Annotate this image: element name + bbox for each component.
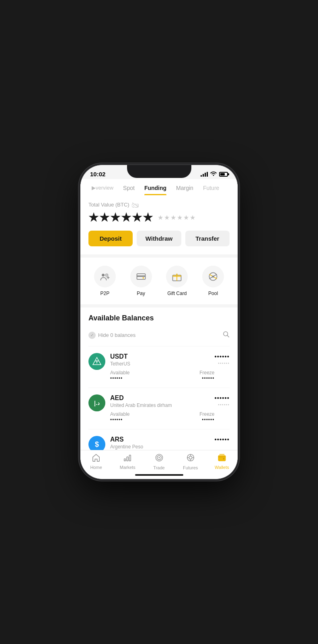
hide-balance-icon[interactable]	[132, 202, 139, 208]
tabs-container: ▶verview Spot Funding Margin Future	[80, 179, 238, 195]
nav-futures-label: Futures	[183, 465, 198, 470]
svg-point-11	[212, 275, 214, 277]
futures-icon	[186, 453, 195, 464]
quick-actions: P2P Pay	[80, 258, 238, 304]
usdt-info: USDT TetherUS Available •••••• Freeze ••…	[110, 353, 214, 381]
balance-row: ★★★★★★ ★★★★★★	[88, 211, 230, 224]
usdt-available-value: ••••••	[110, 376, 129, 381]
pay-icon-bg	[130, 266, 152, 287]
tab-funding[interactable]: Funding	[140, 179, 171, 195]
withdraw-button[interactable]: Withdraw	[137, 231, 181, 246]
usdt-sub-row: Available •••••• Freeze ••••••	[110, 370, 214, 381]
usdt-fullname: TetherUS	[110, 361, 214, 367]
wifi-icon	[210, 171, 217, 177]
svg-point-1	[105, 274, 108, 277]
bottom-nav: Home Markets	[80, 450, 238, 475]
svg-point-22	[158, 457, 160, 458]
app-content: ▶verview Spot Funding Margin Future	[80, 179, 238, 475]
screen: 10:02	[80, 165, 238, 479]
svg-rect-17	[124, 458, 126, 460]
aed-balance-secondary: ••••••	[214, 402, 230, 407]
balance-search-icon[interactable]	[222, 330, 230, 340]
tab-spot[interactable]: Spot	[118, 179, 140, 195]
balances-title: Available Balances	[88, 314, 230, 322]
nav-home-label: Home	[90, 465, 102, 470]
hide-zero-label: Hide 0 balances	[98, 332, 135, 338]
svg-rect-29	[218, 455, 226, 461]
p2p-label: P2P	[101, 291, 110, 296]
usdt-balance-secondary: ••••••	[214, 361, 230, 365]
trade-icon	[154, 453, 164, 464]
nav-trade-label: Trade	[153, 465, 164, 470]
status-icons	[201, 171, 228, 177]
asset-row-aed[interactable]: د.إ AED United Arab Emirates dirham Avai…	[88, 388, 230, 429]
quick-action-giftcard[interactable]: Gift Card	[166, 266, 188, 296]
signal-icon	[201, 172, 208, 177]
pool-label: Pool	[208, 291, 218, 296]
usdt-balance: ••••••	[214, 353, 230, 360]
aed-available-value: ••••••	[110, 417, 129, 423]
asset-row-usdt[interactable]: USDT TetherUS Available •••••• Freeze ••…	[88, 346, 230, 388]
status-time: 10:02	[90, 171, 105, 178]
pool-icon-bg	[202, 266, 224, 287]
svg-point-0	[102, 274, 105, 277]
nav-wallets[interactable]: Wallets	[206, 454, 238, 470]
deposit-button[interactable]: Deposit	[88, 231, 133, 246]
svg-rect-18	[127, 457, 128, 461]
nav-trade[interactable]: Trade	[143, 453, 174, 470]
hide-zero-row: ✓ Hide 0 balances	[88, 327, 230, 343]
phone-frame: 10:02	[80, 165, 238, 479]
wallets-icon	[217, 454, 226, 464]
aed-values: •••••• ••••••	[214, 394, 230, 410]
p2p-icon-bg	[94, 266, 116, 287]
aed-icon: د.إ	[88, 394, 105, 411]
nav-markets[interactable]: Markets	[112, 454, 143, 470]
p2p-icon	[99, 271, 111, 282]
ars-balance: ••••••	[214, 436, 230, 443]
tab-margin[interactable]: Margin	[171, 179, 198, 195]
pool-icon	[207, 271, 219, 282]
balance-section: Total Value (BTC) ★★★★★★ ★★★★★★ Deposit	[80, 195, 238, 254]
aed-freeze-value: ••••••	[199, 417, 214, 423]
quick-action-pool[interactable]: Pool	[202, 266, 224, 296]
ars-symbol: ARS	[110, 436, 214, 443]
svg-rect-3	[137, 275, 145, 277]
home-indicator	[135, 474, 183, 476]
svg-line-13	[227, 335, 229, 337]
usdt-symbol: USDT	[110, 353, 214, 360]
tab-futures[interactable]: Future	[198, 179, 224, 195]
pay-icon	[135, 271, 147, 282]
aed-available-label: Available	[110, 411, 129, 417]
pay-label: Pay	[137, 291, 145, 296]
aed-fullname: United Arab Emirates dirham	[110, 402, 214, 408]
nav-wallets-label: Wallets	[215, 465, 229, 470]
tab-overview[interactable]: ▶verview	[87, 179, 118, 195]
usdt-icon	[88, 353, 105, 370]
giftcard-label: Gift Card	[167, 291, 187, 296]
giftcard-icon-bg	[166, 266, 188, 287]
home-icon	[92, 454, 101, 464]
balances-section: Available Balances ✓ Hide 0 balances	[80, 308, 238, 466]
battery-icon	[219, 172, 228, 177]
aed-info: AED United Arab Emirates dirham Availabl…	[110, 394, 214, 423]
nav-home[interactable]: Home	[80, 454, 112, 470]
action-buttons: Deposit Withdraw Transfer	[88, 231, 230, 246]
giftcard-icon	[171, 271, 183, 282]
hide-zero-checkbox[interactable]: ✓	[88, 332, 96, 339]
aed-freeze-label: Freeze	[199, 411, 214, 417]
nav-futures[interactable]: Futures	[175, 453, 206, 470]
ars-values: ••••••	[214, 436, 230, 444]
markets-icon	[123, 454, 132, 464]
svg-point-4	[142, 277, 144, 279]
usdt-freeze-label: Freeze	[199, 370, 214, 376]
transfer-button[interactable]: Transfer	[185, 231, 230, 246]
quick-action-pay[interactable]: Pay	[130, 266, 152, 296]
balance-secondary: ★★★★★★	[158, 214, 196, 221]
quick-action-p2p[interactable]: P2P	[94, 266, 116, 296]
nav-markets-label: Markets	[120, 465, 135, 470]
balance-primary: ★★★★★★	[88, 211, 154, 224]
svg-point-30	[223, 458, 225, 459]
main-content[interactable]: Total Value (BTC) ★★★★★★ ★★★★★★ Deposit	[80, 195, 238, 475]
usdt-available-label: Available	[110, 370, 129, 376]
svg-rect-19	[129, 455, 131, 461]
